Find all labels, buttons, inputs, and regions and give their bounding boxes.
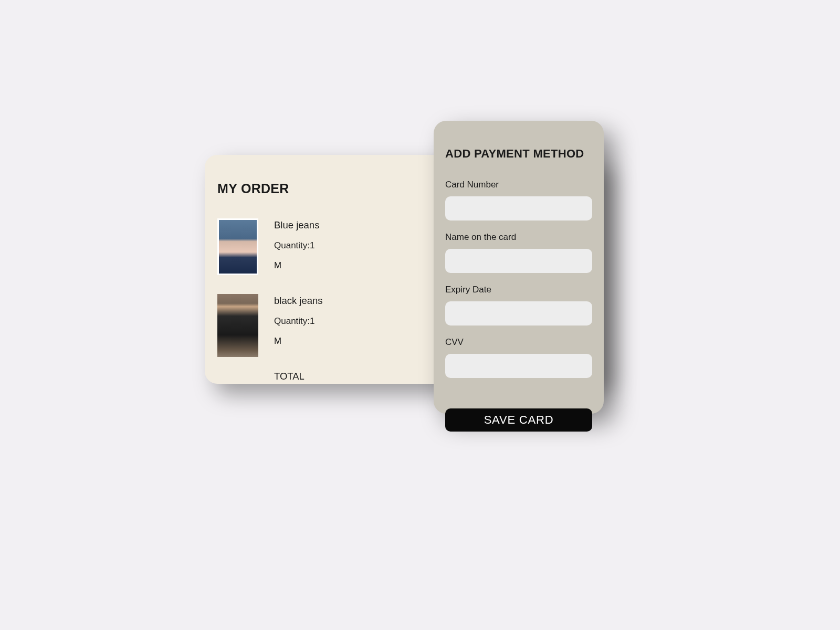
item-name: Blue jeans bbox=[274, 219, 319, 231]
form-group-expiry: Expiry Date bbox=[445, 285, 592, 326]
form-group-card-number: Card Number bbox=[445, 180, 592, 220]
expiry-date-label: Expiry Date bbox=[445, 285, 592, 295]
card-number-input[interactable] bbox=[445, 196, 592, 220]
product-image bbox=[217, 218, 258, 275]
cvv-input[interactable] bbox=[445, 354, 592, 378]
form-group-cvv: CVV bbox=[445, 337, 592, 378]
cvv-label: CVV bbox=[445, 337, 592, 348]
form-group-name: Name on the card bbox=[445, 232, 592, 273]
total-label: TOTAL bbox=[274, 371, 304, 382]
item-name: black jeans bbox=[274, 295, 323, 307]
card-number-label: Card Number bbox=[445, 180, 592, 190]
product-image bbox=[217, 294, 258, 357]
payment-title: ADD PAYMENT METHOD bbox=[445, 147, 592, 161]
name-on-card-label: Name on the card bbox=[445, 232, 592, 243]
payment-card: ADD PAYMENT METHOD Card Number Name on t… bbox=[434, 121, 604, 414]
expiry-date-input[interactable] bbox=[445, 301, 592, 326]
name-on-card-input[interactable] bbox=[445, 249, 592, 273]
save-card-button[interactable]: SAVE CARD bbox=[445, 408, 592, 432]
